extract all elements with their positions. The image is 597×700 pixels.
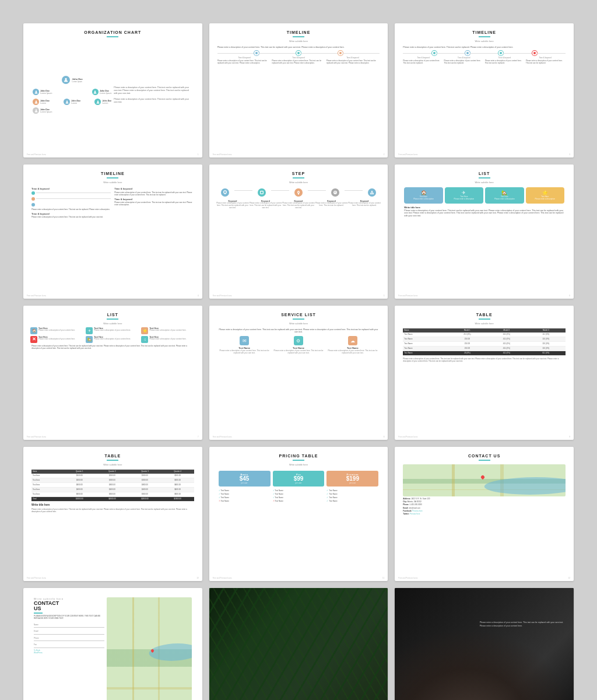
- slide-timeline-2: TIMELINE Write subtitle here Please ente…: [395, 23, 574, 158]
- org-root-text: John Doe Lorem Ipsum: [72, 78, 83, 83]
- contact-big-left: Write subtitle here CONTACTUS PLEASE ENT…: [34, 597, 104, 700]
- svg-point-6: [35, 109, 36, 110]
- break-right-text: Please enter a description of your conte…: [480, 621, 569, 628]
- slide-subtitle: Write subtitle here: [475, 181, 494, 184]
- timeline-dots-2: [403, 51, 566, 55]
- step-2: [252, 188, 271, 197]
- pricing-premium: Premium $199 per user: [326, 471, 378, 487]
- svg-rect-8: [261, 191, 264, 194]
- footer-left: Free and Premium Icons: [27, 577, 46, 579]
- slide-title: TIMELINE: [287, 30, 311, 34]
- list-s-item-2: ✈ Text HerePlease enter a description of…: [86, 327, 139, 334]
- slide-list-1: LIST Write subtitle here 🏠 Text HerePlea…: [395, 164, 574, 299]
- timeline-dot-2: [296, 51, 301, 55]
- step-content-5: Keyword Please enter a description of yo…: [348, 199, 381, 209]
- footer-right: 4: [198, 295, 199, 297]
- slide-footer: Free and Premium Icons 6: [395, 295, 574, 297]
- contact-big-right: [107, 597, 191, 700]
- slide-pricing: PRICING TABLE Write subtitle here Basic …: [209, 447, 388, 581]
- step-1: [216, 188, 234, 197]
- slide-contact-1: CONTACT US Address: 1402 S. R. St. Suite…: [395, 447, 574, 581]
- feat-col-2: ✓Text Name ✓Text Name ✓Text Name ✕Text N…: [273, 489, 325, 503]
- timeline-split: Time & keyword Please enter a descriptio…: [30, 186, 195, 292]
- pricing-pro: Pro $99 per user: [273, 471, 325, 487]
- slide-service-list: SERVICE LIST Write subtitle here Please …: [209, 306, 388, 440]
- table-row: Text Name250.00411 (0%)101 (0%): [403, 341, 566, 346]
- timeline-content: Please enter a description of your conte…: [217, 60, 380, 65]
- slide-org-chart: ORGANIZATION CHART John Doe Lorem Ipsum: [23, 23, 202, 158]
- slide-title: TIMELINE: [472, 30, 496, 34]
- contact-field-email: Email: [34, 629, 104, 635]
- timeline-right-col: Time & keyword Please enter a descriptio…: [114, 187, 194, 290]
- pricing-features: ✓Text Name ✓Text Name ✓Text Name ✕Text N…: [219, 489, 379, 503]
- list-subtitle-text: Write title here: [404, 206, 564, 209]
- contact-big-wrapper: Write subtitle here CONTACTUS PLEASE ENT…: [30, 595, 195, 700]
- slide-table-2: TABLE Write subtitle here Items Quarter …: [23, 447, 202, 581]
- footer-left: Free and Premium Icons: [398, 577, 417, 579]
- list-s-item-4: ✕ Text HerePlease enter a description of…: [30, 336, 84, 343]
- svg-point-7: [224, 190, 227, 193]
- footer-left: Free and Premium Icons: [398, 436, 417, 438]
- org-node-2b: John DoeLorem Ipsum: [92, 89, 111, 95]
- org-node-3b: John DoeLorem: [64, 99, 80, 105]
- title-underline: [107, 36, 118, 37]
- timeline-vertical-dots: [31, 191, 111, 206]
- footer-left: Free and Premium Icons: [213, 436, 232, 438]
- org-node-2a: John DoeLorem Ipsum: [33, 89, 52, 95]
- list-item-2: ✈ Text HerePlease enter a description: [445, 187, 483, 204]
- org-avatar-root: [62, 76, 70, 84]
- slide-title: LIST: [479, 172, 490, 176]
- table-area-1: Name Model 1 Model 2 Model 3 Text Name21…: [402, 327, 567, 433]
- slide-title: SERVICE LIST: [281, 313, 316, 317]
- slide-subtitle: Write subtitle here: [475, 322, 494, 325]
- slide-footer: Free and Premium Icons 8: [209, 436, 388, 438]
- slide-title: PRICING TABLE: [279, 454, 318, 458]
- title-underline: [107, 318, 118, 320]
- title-underline: [293, 177, 304, 178]
- slide-subtitle: Write subtitle here: [289, 181, 308, 184]
- contact-form-fields: Name Email Phone Fax To Book WordPress: [34, 622, 104, 654]
- org-level2: John DoeLorem Ipsum John DoeLorem Ipsum: [33, 88, 111, 96]
- timeline-desc: Please enter a description of your conte…: [217, 46, 380, 49]
- footer-right: 1: [198, 153, 199, 156]
- timeline-labels-2: Time & keyword Time & keyword Time & key…: [403, 57, 566, 59]
- list-item-4: ⭐ Text HerePlease enter a description: [526, 187, 564, 204]
- slide-subtitle: Write subtitle here: [103, 322, 122, 325]
- step-area: Keyword Please enter a description of yo…: [216, 186, 381, 292]
- t2-dot-1: [432, 51, 437, 55]
- table-row: Text Item$800.00$800.00$800.00$800.00: [31, 482, 194, 487]
- table-area-2: Items Quarter 1 Quarter 2 Quarter 3 Quar…: [30, 468, 195, 574]
- col-m2: Model 2: [487, 328, 526, 332]
- footer-right: 10: [196, 577, 198, 579]
- slide-title: TIMELINE: [101, 172, 125, 176]
- basic-per: per user: [220, 482, 269, 484]
- slide-list-2: LIST Write subtitle here 🏠 Text HerePlea…: [23, 306, 202, 440]
- footer-right: 5: [384, 295, 385, 297]
- slide-subtitle: Write subtitle here: [103, 181, 122, 184]
- org-node-4: John DoeLorem Ipsum: [33, 107, 111, 114]
- org-node-3c: John DoeLorem: [94, 99, 111, 105]
- slide-timeline-1: TIMELINE Write subtitle here Please ente…: [209, 23, 388, 158]
- contact-map: [107, 597, 191, 700]
- map-pin: [480, 475, 485, 480]
- table-row: Text Name250.00411 (0%)101 (0%): [403, 337, 566, 341]
- contact-big-desc: PLEASE ENTER A DESCRIPTION OF YOUR CONTE…: [34, 615, 104, 620]
- timeline-area: Please enter a description of your conte…: [216, 45, 381, 151]
- svg-point-1: [35, 90, 36, 92]
- slide-subtitle: Write subtitle here: [103, 463, 122, 466]
- slide-contact-2: Write subtitle here CONTACTUS PLEASE ENT…: [23, 588, 202, 700]
- contact-big-title: CONTACTUS: [34, 601, 104, 611]
- footer-left: Free and Premium Icons: [213, 153, 232, 156]
- step-4: [326, 188, 344, 197]
- slide-break-1: The Break Please enter a description of …: [209, 588, 388, 700]
- org-level3: John DoeLorem John DoeLorem John DoeLore…: [33, 97, 111, 106]
- table-desc-2: Please enter a description of your conte…: [31, 508, 194, 513]
- pro-price: $99: [274, 476, 324, 482]
- title-underline: [479, 36, 490, 37]
- table-row: Text Item$600.00$600.00$600.00$600.00: [31, 492, 194, 496]
- list-item-1: 🏠 Text HerePlease enter a description: [404, 187, 443, 204]
- svg-point-2: [94, 90, 96, 92]
- contact-link-2: WordPress: [34, 652, 104, 654]
- service-area: Please enter a description of your conte…: [216, 327, 381, 433]
- slide-subtitle: Write subtitle here: [289, 40, 308, 43]
